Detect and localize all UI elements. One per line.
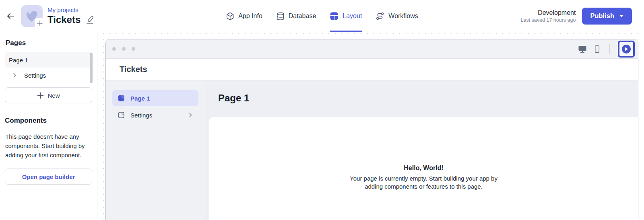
chevron-right-icon [187, 112, 194, 118]
plus-icon [37, 20, 43, 27]
tab-app-info[interactable]: App Info [226, 0, 262, 32]
desktop-view-button[interactable] [578, 44, 587, 54]
scrollbar-thumb[interactable] [90, 53, 93, 83]
layout-icon [330, 12, 339, 21]
environment-name: Development [521, 9, 576, 17]
preview-nav-label: Settings [130, 112, 152, 119]
sidebar-divider [5, 112, 92, 112]
window-dot [122, 47, 126, 51]
canvas: Tickets Page 1 Settings Page 1 Hello, Wo… [98, 33, 644, 220]
open-page-builder-button[interactable]: Open page builder [5, 169, 92, 185]
arrow-left-icon [6, 11, 15, 21]
publish-button[interactable]: Publish [582, 8, 632, 25]
workflow-icon [376, 12, 384, 21]
preview-nav-label: Page 1 [130, 95, 150, 102]
preview-page-nav: Page 1 Settings [106, 80, 205, 220]
empty-state-description: Your page is currently empty. Start buil… [347, 175, 501, 191]
page-list: Page 1 Settings [5, 52, 92, 83]
components-heading: Components [5, 117, 92, 125]
chevron-right-icon [11, 72, 18, 78]
environment-info: Development Last saved 17 hours ago [521, 9, 576, 23]
last-saved-text: Last saved 17 hours ago [521, 17, 576, 23]
window-dots [112, 47, 135, 51]
window-dot [132, 47, 135, 51]
divider [609, 44, 610, 54]
sidebar-item-page-1[interactable]: Page 1 [5, 52, 92, 68]
preview-nav-page-1[interactable]: Page 1 [112, 90, 198, 106]
plus-icon [37, 92, 44, 99]
page-item-label: Page 1 [9, 57, 28, 64]
title-block: My projects Tickets [47, 6, 94, 26]
app-logo [21, 5, 43, 27]
breadcrumb-my-projects[interactable]: My projects [47, 6, 94, 14]
new-page-label: New [47, 92, 60, 99]
tab-label: Database [289, 12, 316, 20]
new-page-button[interactable]: New [5, 87, 92, 103]
page-item-label: Settings [24, 72, 46, 79]
plus-badge [35, 18, 45, 29]
tab-layout[interactable]: Layout [330, 0, 362, 32]
page-icon-filled [117, 94, 125, 102]
tab-label: Layout [343, 12, 362, 20]
tab-label: Workflows [388, 12, 418, 20]
preview-window-bar [106, 39, 638, 59]
mobile-view-button[interactable] [593, 44, 601, 54]
preview-page-card: Hello, World! Your page is currently emp… [209, 117, 638, 220]
empty-state-title: Hello, World! [209, 164, 638, 172]
edit-title-icon[interactable] [85, 15, 94, 25]
main-nav: App Info Database Layout Workflows [226, 0, 418, 32]
page-icon-outline [117, 111, 125, 119]
caret-down-icon [619, 14, 624, 18]
preview-nav-settings[interactable]: Settings [112, 107, 198, 123]
app-header: My projects Tickets App Info Database La… [0, 0, 644, 32]
tab-database[interactable]: Database [276, 0, 316, 32]
back-button[interactable] [2, 8, 19, 24]
play-icon [621, 44, 631, 54]
preview-controls [578, 41, 636, 58]
pages-heading: Pages [6, 39, 92, 47]
pages-sidebar: Pages Page 1 Settings New Components Thi… [0, 33, 97, 220]
database-icon [276, 12, 285, 21]
preview-frame: Tickets Page 1 Settings Page 1 Hello, Wo… [105, 39, 638, 220]
smartphone-icon [593, 44, 601, 54]
preview-content: Page 1 Hello, World! Your page is curren… [205, 80, 638, 220]
preview-play-button[interactable] [618, 41, 635, 58]
sidebar-item-settings[interactable]: Settings [5, 68, 92, 83]
preview-body: Page 1 Settings Page 1 Hello, World! You… [106, 80, 638, 220]
tab-label: App Info [238, 12, 262, 20]
preview-page-heading: Page 1 [205, 80, 638, 117]
window-dot [112, 47, 116, 51]
app-title: Tickets [47, 14, 80, 26]
monitor-icon [578, 44, 587, 54]
publish-label: Publish [590, 12, 614, 20]
tab-workflows[interactable]: Workflows [376, 0, 418, 32]
cube-icon [226, 12, 234, 21]
preview-app-title: Tickets [106, 59, 638, 80]
components-empty-text: This page doesn’t have any components. S… [5, 132, 91, 160]
